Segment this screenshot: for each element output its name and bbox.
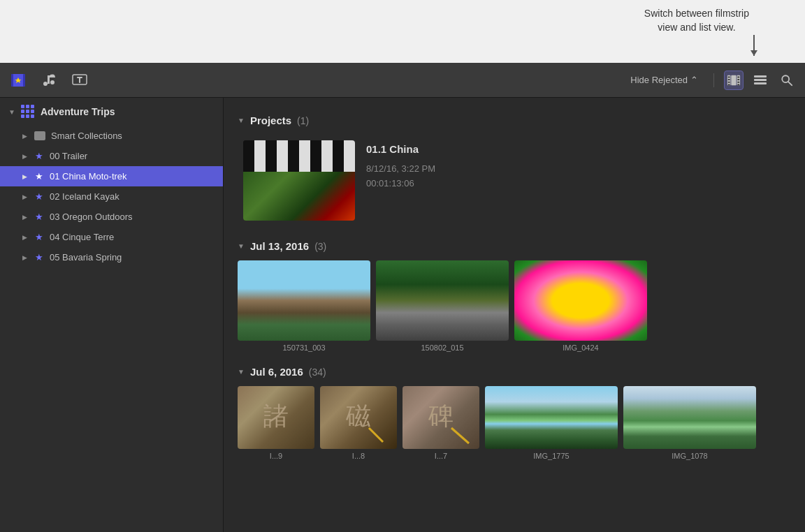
- sidebar-item-label: 04 Cinque Terre: [50, 232, 114, 242]
- thumb-img1078: [623, 386, 756, 449]
- jul13-section-header: ▼ Jul 13, 2016 (3): [238, 240, 791, 252]
- thumb-150731: [238, 260, 370, 341]
- media-label-i9: I...9: [270, 452, 282, 460]
- media-label-img0424: IMG_0424: [563, 343, 598, 352]
- media-label-150802: 150802_015: [421, 343, 463, 352]
- svg-rect-10: [731, 75, 736, 85]
- sidebar-item-03-oregon[interactable]: ▶ ★ 03 Oregon Outdoors: [0, 207, 223, 227]
- sidebar: ▼ Adventure Trips ▶ Smart Collections ▶ …: [0, 98, 224, 532]
- media-item-img0424[interactable]: IMG_0424: [514, 260, 647, 352]
- sidebar-item-01-china[interactable]: ▶ ★ 01 China Moto-trek: [0, 166, 223, 186]
- tooltip-text: Switch between filmstripview and list vi…: [644, 7, 749, 34]
- audio-icon[interactable]: [39, 71, 59, 90]
- svg-text:諸: 諸: [263, 402, 289, 430]
- sidebar-item-00-trailer[interactable]: ▶ ★ 00 Trailer: [0, 146, 223, 166]
- projects-title: Projects: [250, 114, 291, 126]
- search-button[interactable]: [777, 71, 797, 90]
- jul6-section-header: ▼ Jul 6, 2016 (34): [238, 366, 791, 378]
- svg-line-26: [369, 428, 383, 442]
- thumb-i7: 碑: [402, 386, 479, 449]
- thumb-i9: 諸: [238, 386, 314, 449]
- svg-rect-12: [728, 79, 730, 80]
- toolbar-separator: [713, 73, 714, 87]
- star-icon: ★: [34, 192, 44, 202]
- sidebar-item-05-bavaria[interactable]: ▶ ★ 05 Bavaria Spring: [0, 247, 223, 267]
- folder-icon: [34, 131, 45, 140]
- tooltip-arrow: [753, 35, 755, 56]
- sidebar-library-header[interactable]: ▼ Adventure Trips: [0, 98, 223, 126]
- titles-icon[interactable]: [70, 71, 89, 90]
- media-item-i8[interactable]: 磁 I...8: [320, 386, 397, 460]
- jul13-title: Jul 13, 2016: [250, 240, 309, 252]
- hide-rejected-label: Hide Rejected: [630, 75, 688, 85]
- project-info: 01.1 China 8/12/16, 3:22 PM00:01:13:06: [366, 140, 785, 191]
- hide-rejected-arrow: ⌃: [690, 75, 698, 85]
- hide-rejected-button[interactable]: Hide Rejected ⌃: [625, 72, 704, 88]
- svg-rect-11: [728, 76, 730, 77]
- sidebar-item-label: 02 Iceland Kayak: [50, 191, 119, 202]
- project-thumbnail: [243, 140, 355, 221]
- iceland-chevron: ▶: [22, 193, 27, 200]
- sidebar-item-smart-collections[interactable]: ▶ Smart Collections: [0, 126, 223, 146]
- project-item[interactable]: 01.1 China 8/12/16, 3:22 PM00:01:13:06: [238, 135, 791, 226]
- star-icon: ★: [34, 212, 44, 222]
- media-item-150731[interactable]: 150731_003: [238, 260, 370, 352]
- media-label-i8: I...8: [352, 452, 365, 460]
- media-label-img1078: IMG_1078: [672, 452, 707, 460]
- svg-rect-13: [728, 81, 730, 82]
- svg-point-4: [50, 80, 55, 84]
- svg-rect-14: [728, 84, 730, 85]
- svg-text:磁: 磁: [345, 402, 371, 430]
- sidebar-item-label: 03 Oregon Outdoors: [50, 212, 133, 222]
- project-meta: 8/12/16, 3:22 PM00:01:13:06: [366, 162, 785, 191]
- sidebar-item-04-cinque[interactable]: ▶ ★ 04 Cinque Terre: [0, 227, 223, 247]
- projects-section-header: ▼ Projects (1): [238, 114, 791, 126]
- media-item-img1775[interactable]: IMG_1775: [485, 386, 618, 460]
- jul6-title: Jul 6, 2016: [250, 366, 303, 378]
- svg-rect-18: [737, 84, 739, 85]
- main-content: ▼ Projects (1): [224, 98, 805, 532]
- media-label-150731: 150731_003: [282, 343, 325, 352]
- svg-rect-20: [754, 79, 767, 81]
- filmstrip-view-button[interactable]: [724, 71, 744, 90]
- cinque-chevron: ▶: [22, 234, 27, 241]
- libraries-icon[interactable]: [8, 71, 28, 90]
- star-icon: ★: [34, 253, 44, 263]
- projects-count: (1): [297, 115, 309, 126]
- toolbar-right: Hide Rejected ⌃: [625, 71, 797, 90]
- content: ▼ Adventure Trips ▶ Smart Collections ▶ …: [0, 98, 805, 532]
- thumb-150802: [376, 260, 509, 341]
- thumb-i8: 磁: [320, 386, 397, 449]
- project-name: 01.1 China: [366, 143, 785, 155]
- toolbar: Hide Rejected ⌃: [0, 63, 805, 98]
- svg-line-23: [788, 81, 792, 84]
- jul6-chevron[interactable]: ▼: [238, 368, 245, 376]
- jul13-count: (3): [314, 241, 326, 252]
- svg-rect-1: [11, 74, 13, 87]
- thumb-img1775: [485, 386, 618, 449]
- sidebar-item-label: 05 Bavaria Spring: [50, 252, 122, 263]
- svg-rect-16: [737, 79, 739, 80]
- library-grid-icon: [21, 105, 35, 119]
- projects-chevron[interactable]: ▼: [238, 117, 245, 124]
- jul6-grid: 諸 I...9 磁 I...8: [238, 386, 791, 460]
- svg-point-3: [43, 82, 48, 86]
- svg-rect-19: [754, 75, 767, 77]
- svg-rect-15: [737, 76, 739, 77]
- media-item-i7[interactable]: 碑 I...7: [402, 386, 479, 460]
- jul13-chevron[interactable]: ▼: [238, 242, 245, 250]
- list-view-button[interactable]: [750, 71, 770, 90]
- smart-collections-chevron: ▶: [22, 133, 27, 140]
- media-label-i7: I...7: [435, 452, 447, 460]
- media-item-i9[interactable]: 諸 I...9: [238, 386, 314, 460]
- sidebar-item-02-iceland[interactable]: ▶ ★ 02 Iceland Kayak: [0, 186, 223, 207]
- media-item-150802[interactable]: 150802_015: [376, 260, 509, 352]
- media-item-img1078[interactable]: IMG_1078: [623, 386, 756, 460]
- svg-rect-2: [23, 74, 25, 87]
- project-thumb-image: [243, 172, 355, 221]
- sidebar-item-label: Smart Collections: [51, 131, 122, 141]
- jul6-count: (34): [309, 367, 326, 378]
- thumb-img0424: [514, 260, 647, 341]
- library-name: Adventure Trips: [41, 106, 115, 117]
- sidebar-item-label: 01 China Moto-trek: [50, 171, 127, 182]
